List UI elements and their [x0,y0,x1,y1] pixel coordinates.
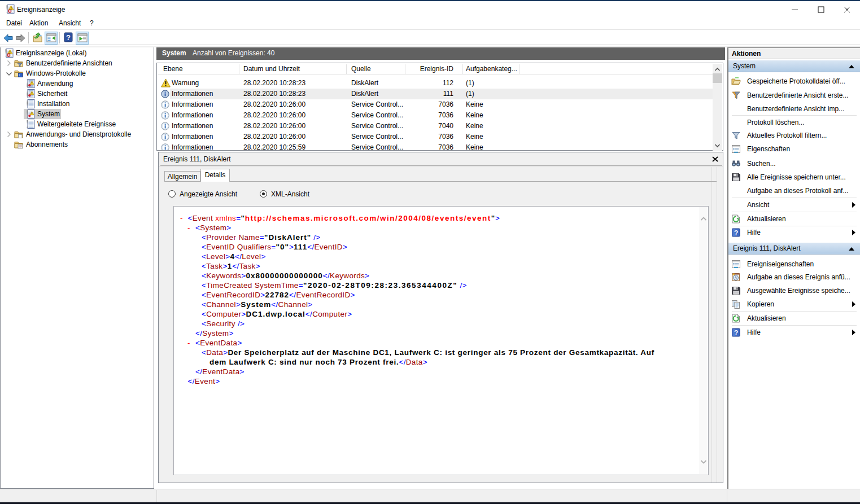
svg-text:?: ? [66,33,71,42]
